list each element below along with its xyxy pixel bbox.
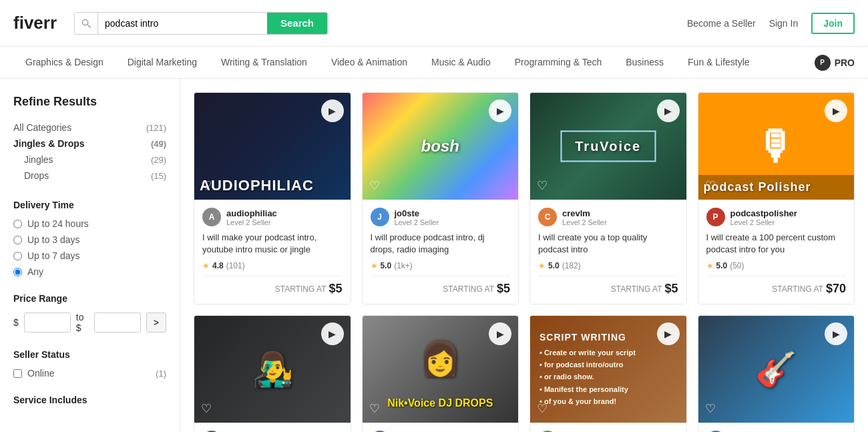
favorite-button[interactable]: ♡ xyxy=(369,401,380,416)
play-button[interactable]: ▶ xyxy=(657,99,680,122)
nav-item-writing[interactable]: Writing & Translation xyxy=(209,47,319,79)
all-categories-count: (121) xyxy=(146,123,166,133)
card-audiophiliac[interactable]: AUDIOPHILIAC ▶ ♡ A audiophiliac Level 2 … xyxy=(194,92,351,304)
card-rating: ★ 5.0 (1k+) xyxy=(371,261,511,270)
delivery-time-title: Delivery Time xyxy=(13,200,166,210)
delivery-3d-label: Up to 3 days xyxy=(27,234,80,245)
delivery-time-section: Delivery Time Up to 24 hours Up to 3 day… xyxy=(13,200,166,277)
delivery-7d[interactable]: Up to 7 days xyxy=(13,250,166,261)
jingles-row[interactable]: Jingles (29) xyxy=(24,152,166,168)
card-footer: STARTING AT $70 xyxy=(706,276,847,296)
online-checkbox-left: Online xyxy=(13,368,54,379)
delivery-7d-radio[interactable] xyxy=(13,252,22,260)
seller-name: podcastpolisher xyxy=(730,208,797,218)
delivery-3d-radio[interactable] xyxy=(13,236,22,244)
logo[interactable]: fiverr xyxy=(13,13,57,33)
thumb-text: podcast Polisher xyxy=(698,175,855,200)
categories-section: All Categories (121) Jingles & Drops (49… xyxy=(13,120,166,184)
subcategories: Jingles (29) Drops (15) xyxy=(13,152,166,184)
nav-item-fun[interactable]: Fun & Lifestyle xyxy=(676,47,762,79)
play-button[interactable]: ▶ xyxy=(321,99,344,122)
jingles-drops-row[interactable]: Jingles & Drops (49) xyxy=(13,136,166,152)
nav-item-video[interactable]: Video & Animation xyxy=(319,47,419,79)
favorite-button[interactable]: ♡ xyxy=(705,178,716,193)
card-edgarpreciado[interactable]: 👨‍🎤 ▶ ♡ E edgarpreciado New Seller I wil… xyxy=(194,315,351,432)
card-nikavoice[interactable]: 👩 Nik•Voice DJ DROPS ▶ ♡ N nikavoice Lev… xyxy=(362,315,519,432)
online-checkbox[interactable] xyxy=(13,369,22,378)
play-button[interactable]: ▶ xyxy=(825,99,847,122)
nav-item-programming[interactable]: Programming & Tech xyxy=(503,47,614,79)
svg-point-0 xyxy=(82,19,87,25)
drops-count: (15) xyxy=(151,171,166,181)
card-thumbnail: AUDIOPHILIAC ▶ ♡ xyxy=(194,93,351,200)
price-to-input[interactable] xyxy=(94,312,141,333)
delivery-options: Up to 24 hours Up to 3 days Up to 7 days… xyxy=(13,218,166,277)
delivery-24h[interactable]: Up to 24 hours xyxy=(13,218,166,229)
card-crevlm[interactable]: TruVoice ▶ ♡ C crevlm Level 2 Seller I w… xyxy=(529,92,687,304)
script-bullet: • for podcast intro/outro xyxy=(539,360,677,369)
jingles-drops-label: Jingles & Drops xyxy=(13,138,85,149)
delivery-any[interactable]: Any xyxy=(13,266,166,277)
card-title: I will produce podcast intro, dj drops, … xyxy=(371,232,511,256)
mic-icon: 🎙 xyxy=(756,124,796,170)
online-count: (1) xyxy=(156,369,166,379)
card-body: E edgarpreciado New Seller I will produc… xyxy=(194,423,351,432)
nav-item-graphics[interactable]: Graphics & Design xyxy=(13,47,116,79)
delivery-3d[interactable]: Up to 3 days xyxy=(13,234,166,245)
card-body: J jo0ste Level 2 Seller I will produce p… xyxy=(363,200,519,304)
delivery-24h-radio[interactable] xyxy=(13,220,22,228)
seller-name: crevlm xyxy=(562,208,607,218)
card-price: $5 xyxy=(664,282,678,296)
pro-icon: P xyxy=(815,55,831,71)
play-button[interactable]: ▶ xyxy=(489,99,511,122)
card-thumbnail: 🎸 ▶ ♡ xyxy=(698,316,855,423)
card-podcastpolisher[interactable]: 🎙 podcast Polisher ▶ ♡ P podcastpolisher… xyxy=(698,92,855,304)
card-price: $70 xyxy=(826,282,846,296)
online-label: Online xyxy=(27,368,54,379)
card-androzguitar[interactable]: 🎸 ▶ ♡ A androzguitar Level 2 Seller I wi… xyxy=(698,315,855,432)
card-awwyeah[interactable]: SCRIPT WRITING • Create or write your sc… xyxy=(529,315,687,432)
card-seller: A audiophiliac Level 2 Seller xyxy=(202,208,343,226)
price-from-input[interactable] xyxy=(24,312,71,333)
price-go-button[interactable]: > xyxy=(146,312,166,333)
become-seller-link[interactable]: Become a Seller xyxy=(687,18,756,29)
seller-name: jo0ste xyxy=(395,208,439,218)
card-body: A audiophiliac Level 2 Seller I will mak… xyxy=(194,200,351,304)
card-title: I will create you a top quality podcast … xyxy=(538,232,678,256)
seller-avatar: A xyxy=(202,208,221,226)
play-button[interactable]: ▶ xyxy=(657,322,680,345)
favorite-button[interactable]: ♡ xyxy=(537,178,548,193)
drops-label: Drops xyxy=(24,170,49,181)
search-button[interactable]: Search xyxy=(267,13,327,34)
nav-item-business[interactable]: Business xyxy=(614,47,676,79)
jingles-drops-count: (49) xyxy=(151,139,166,149)
favorite-button[interactable]: ♡ xyxy=(369,178,380,193)
play-button[interactable]: ▶ xyxy=(321,322,344,345)
price-range-title: Price Range xyxy=(13,293,166,304)
card-body: N nikavoice Level 2 Seller I will ney ja… xyxy=(363,423,519,432)
price-range-inputs: $ to $ > xyxy=(13,312,166,333)
starting-at-label: STARTING AT xyxy=(443,284,494,294)
rating-count: (101) xyxy=(226,261,245,270)
card-jo0ste[interactable]: bosh ▶ ♡ J jo0ste Level 2 Seller I will … xyxy=(362,92,519,304)
thumb-text: AUDIOPHILIAC xyxy=(194,172,351,200)
nav-pro[interactable]: P PRO xyxy=(815,55,855,71)
star-icon: ★ xyxy=(202,261,210,270)
sign-in-link[interactable]: Sign In xyxy=(769,18,799,29)
drops-row[interactable]: Drops (15) xyxy=(24,168,166,184)
favorite-button[interactable]: ♡ xyxy=(201,401,212,416)
online-seller-option: Online (1) xyxy=(13,368,166,379)
join-button[interactable]: Join xyxy=(811,13,855,34)
header-nav: Become a Seller Sign In Join xyxy=(687,13,855,34)
all-categories-row[interactable]: All Categories (121) xyxy=(13,120,166,136)
nav-item-music[interactable]: Music & Audio xyxy=(419,47,503,79)
delivery-any-radio[interactable] xyxy=(13,268,22,276)
favorite-button[interactable]: ♡ xyxy=(201,178,212,193)
nav-item-digital-marketing[interactable]: Digital Marketing xyxy=(116,47,209,79)
seller-status-section: Seller Status Online (1) xyxy=(13,349,166,379)
search-input[interactable] xyxy=(98,13,267,34)
favorite-button[interactable]: ♡ xyxy=(705,401,716,416)
script-bullet: • or radio show. xyxy=(539,372,677,381)
favorite-button[interactable]: ♡ xyxy=(537,401,548,416)
rating-count: (1k+) xyxy=(394,261,413,270)
